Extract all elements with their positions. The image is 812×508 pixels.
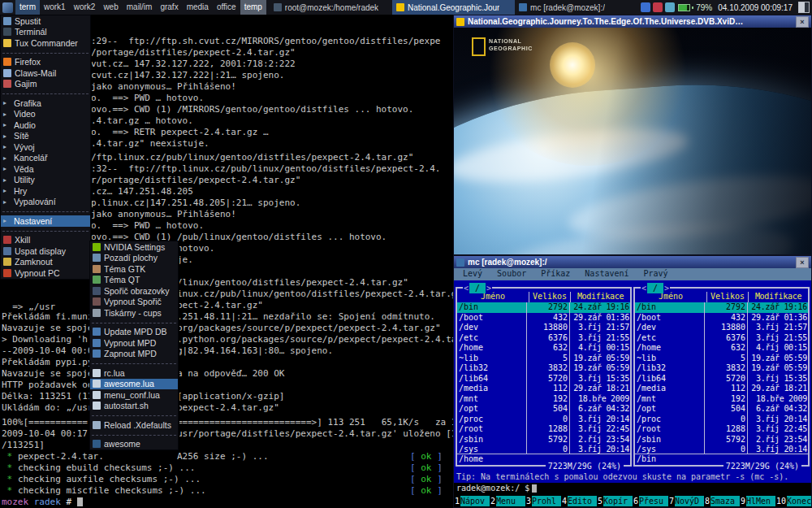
file-row[interactable]: /sbin57922.říj 23:54 [635, 435, 808, 445]
menu-item-grafika[interactable]: ▸Grafika [1, 98, 90, 109]
menu-item-firefox[interactable]: Firefox [1, 57, 90, 68]
file-row[interactable]: /media11229.zář 18:21 [457, 384, 630, 394]
file-row[interactable]: /opt5046.zář 04:32 [635, 404, 808, 415]
menu-item-spustit[interactable]: Spustit [1, 15, 90, 27]
file-row[interactable]: /etc63763.říj 21:55 [457, 333, 630, 344]
mc-menu-soubor[interactable]: Soubor [490, 269, 533, 280]
layout-indicator-icon[interactable] [798, 2, 810, 13]
file-row[interactable]: /lib32383219.zář 05:59 [457, 363, 630, 374]
menu-item-kancel[interactable]: ▸Kancelář [1, 153, 90, 164]
menu-item-spo-i-obrazovky[interactable]: Spořič obrazovky [90, 285, 178, 297]
menu-item-update-mpd-db[interactable]: Update MPD DB [90, 327, 178, 338]
close-icon[interactable]: × [796, 257, 809, 268]
file-row[interactable]: /proc03.říj 20:14 [635, 415, 808, 425]
file-row[interactable]: /root12883.říj 22:45 [457, 424, 630, 435]
menu-item-utility[interactable]: ▸Utility [1, 175, 90, 186]
fkey-9[interactable]: 9HlMen [740, 496, 775, 506]
menu-item-t-ma-gtk[interactable]: Téma GTK [90, 263, 178, 275]
file-row[interactable]: /lib6457203.říj 15:35 [457, 374, 630, 384]
column-header-date[interactable]: Modifikace [570, 292, 630, 302]
file-row[interactable]: /mnt19218.bře 2009 [635, 394, 808, 405]
menu-item-zapnout-mpd[interactable]: Zapnout MPD [90, 349, 178, 360]
column-header-size[interactable]: Velikos [706, 292, 748, 302]
close-icon[interactable]: × [796, 16, 809, 28]
menu-item-video[interactable]: ▸Video [1, 109, 90, 120]
fkey-10[interactable]: 10Konec [775, 496, 811, 506]
menu-item-v-voj[interactable]: ▸Vývoj [1, 141, 90, 153]
file-row[interactable]: /boot43229.zář 01:36 [457, 313, 630, 323]
menu-item-awesome-lua[interactable]: awesome.lua [90, 379, 178, 390]
file-row[interactable]: /sys03.říj 20:14 [457, 445, 630, 454]
fkey-4[interactable]: 4Edito [561, 496, 597, 506]
mc-menu-lev[interactable]: Levý [456, 269, 490, 280]
fkey-1[interactable]: 1Nápov [454, 496, 490, 506]
menu-item-uspat-display[interactable]: Uspat display [1, 245, 90, 257]
file-row[interactable]: /sbin57922.říj 23:54 [457, 435, 630, 445]
menu-item-termin-l[interactable]: Terminál [1, 27, 90, 38]
mc-menu-prav[interactable]: Pravý [637, 269, 676, 280]
menu-item-hry[interactable]: ▸Hry [1, 185, 90, 197]
menu-item-vypnout-pc[interactable]: Vypnout PC [1, 267, 90, 279]
menu-item-xkill[interactable]: Xkill [1, 235, 90, 246]
menu-item-zamknout[interactable]: Zamknout [1, 257, 90, 268]
tag-term[interactable]: term [15, 0, 40, 15]
file-row[interactable]: /etc63763.říj 21:55 [635, 333, 808, 344]
video-titlebar[interactable]: National.Geographic.Journey.To.The.Edge.… [454, 15, 811, 28]
fkey-8[interactable]: 8Smaza [704, 496, 740, 506]
mc-command-line[interactable]: radek@mozek:/ $ [454, 483, 811, 494]
menu-item-t-ma-qt[interactable]: Téma QT [90, 275, 178, 286]
menu-item-claws-mail[interactable]: Claws-Mail [1, 67, 90, 79]
mc-menu-nastaven[interactable]: Nastavení [577, 269, 636, 280]
file-row[interactable]: /sys03.říj 20:14 [635, 445, 808, 454]
file-row[interactable]: /media11229.zář 18:21 [635, 384, 808, 394]
menu-item-audio[interactable]: ▸Audio [1, 119, 90, 131]
tray-network-icon[interactable] [641, 2, 650, 12]
fkey-6[interactable]: 6Přesu [633, 496, 668, 506]
mc-menu-p-kaz[interactable]: Příkaz [533, 269, 577, 280]
file-row[interactable]: /lib6457203.říj 15:35 [635, 374, 808, 384]
menu-item-nvidia-settings[interactable]: NVIDIA Settings [90, 241, 178, 253]
menu-item-menu-conf-lua[interactable]: menu_conf.lua [90, 389, 178, 401]
tray-messenger-icon[interactable] [653, 2, 663, 12]
video-frame[interactable]: NATIONAL GEOGRAPHIC [454, 28, 811, 254]
panel-arrow-right[interactable]: > [663, 283, 670, 293]
file-row[interactable]: ~lib519.zář 05:59 [635, 354, 808, 364]
menu-item-autostart-sh[interactable]: autostart.sh [90, 401, 178, 412]
tray-volume-icon[interactable] [665, 2, 675, 12]
menu-item-s-t[interactable]: ▸Sítě [1, 131, 90, 142]
fkey-3[interactable]: 3Prohl [525, 496, 561, 506]
fkey-5[interactable]: 5Kopír [597, 496, 633, 506]
task-item[interactable]: root@mozek:/home/radek [270, 0, 392, 15]
menu-item-v-da[interactable]: ▸Věda [1, 163, 90, 175]
tag-temp[interactable]: temp [240, 0, 266, 15]
column-header-size[interactable]: Velikos [529, 292, 570, 302]
task-item[interactable]: mc [radek@mozek]:/ [515, 0, 637, 15]
tag-work2[interactable]: work2 [70, 0, 100, 15]
menu-item-pozad-plochy[interactable]: Pozadí plochy [90, 253, 178, 264]
mc-titlebar[interactable]: mc [radek@mozek]:/ × [454, 256, 811, 268]
awesome-menu-icon[interactable] [2, 2, 13, 13]
file-row[interactable]: /lib32383219.zář 05:59 [635, 363, 808, 374]
file-row[interactable]: /bin279224.zář 19:16 [635, 302, 808, 313]
tag-work1[interactable]: work1 [40, 0, 70, 15]
file-row[interactable]: /mnt19218.bře 2009 [457, 394, 630, 405]
panel-arrow-right[interactable]: > [486, 283, 492, 293]
panel-arrow-left[interactable]: < [463, 283, 469, 293]
file-row[interactable]: /home6324.říj 00:15 [457, 343, 630, 354]
column-header-date[interactable]: Modifikace [748, 292, 808, 302]
menu-item-gajim[interactable]: Gajim [1, 79, 90, 90]
tag-office[interactable]: office [213, 0, 240, 15]
tag-web[interactable]: web [99, 0, 122, 15]
file-row[interactable]: /opt5046.zář 04:32 [457, 404, 630, 415]
panel-directory[interactable]: / [469, 283, 486, 293]
file-row[interactable]: /home6324.říj 00:15 [635, 343, 808, 354]
panel-directory[interactable]: / [647, 283, 663, 293]
tag-media[interactable]: media [183, 0, 213, 15]
menu-item-reload-xdefaults[interactable]: Reload .Xdefaults [90, 419, 178, 431]
menu-item-awesome[interactable]: awesome [90, 439, 178, 450]
file-row[interactable]: /bin279224.zář 19:16 [457, 302, 630, 313]
file-row[interactable]: /dev138803.říj 21:57 [635, 323, 808, 333]
menu-item-tux-commander[interactable]: Tux Commander [1, 37, 90, 49]
file-row[interactable]: /proc03.říj 20:14 [457, 415, 630, 425]
menu-item-tisk-rny-cups[interactable]: Tiskárny - cups [90, 307, 178, 319]
